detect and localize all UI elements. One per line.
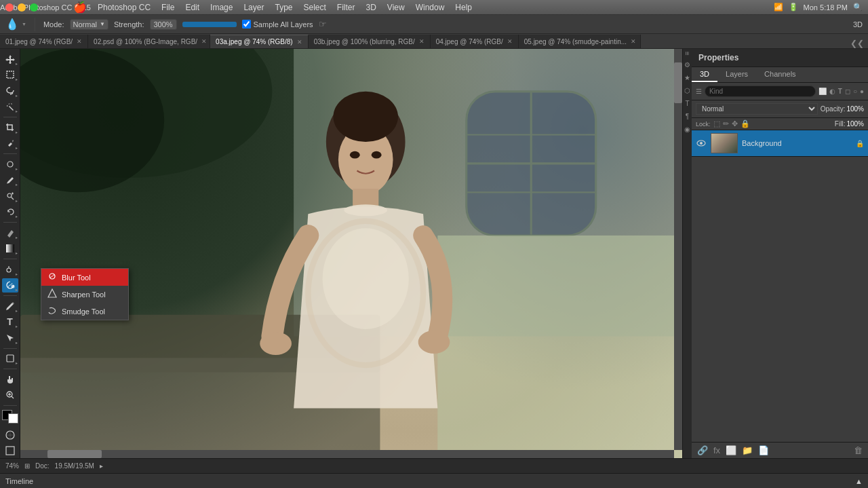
tab-layers[interactable]: Layers xyxy=(717,67,756,82)
vscroll-thumb[interactable] xyxy=(674,62,682,103)
quick-mask-btn[interactable] xyxy=(2,428,18,443)
strength-input[interactable] xyxy=(150,19,177,30)
magic-wand-btn[interactable]: ▸ xyxy=(2,100,18,115)
flyout-blur[interactable]: Blur Tool xyxy=(41,269,128,286)
tab-2-close[interactable]: ✕ xyxy=(201,38,207,45)
menu-filter[interactable]: Filter xyxy=(332,1,361,14)
tab-3-close[interactable]: ✕ xyxy=(297,39,302,45)
panel-icon-1[interactable]: ≡ xyxy=(684,52,691,56)
canvas-area[interactable]: Blur Tool Sharpen Tool Smudge Tool xyxy=(20,49,682,458)
dodge-btn[interactable]: ▸ xyxy=(2,262,18,277)
eraser-btn[interactable]: ▸ xyxy=(2,225,18,240)
layer-visibility-eye[interactable] xyxy=(696,138,707,149)
menu-apple[interactable]: 🍎 xyxy=(68,0,92,15)
panel-collapse-btn[interactable]: ❮❮ xyxy=(846,39,868,48)
tab-3[interactable]: 03a.jpeg @ 74% (RGB/8) ✕ xyxy=(210,35,309,48)
zoom-btn[interactable] xyxy=(2,388,18,403)
flyout-smudge[interactable]: Smudge Tool xyxy=(41,303,128,320)
flyout-sharpen[interactable]: Sharpen Tool xyxy=(41,286,128,303)
delete-layer-btn[interactable]: 🗑 xyxy=(852,445,864,455)
hscroll[interactable] xyxy=(20,450,674,458)
tab-2[interactable]: 02.psd @ 100% (BG-Image, RGB/ ✕ xyxy=(88,35,210,48)
close-button[interactable] xyxy=(5,3,14,12)
vscroll[interactable] xyxy=(674,49,682,450)
doc-size-arrow[interactable]: ▸ xyxy=(100,462,103,470)
tab-6[interactable]: 05.jpeg @ 74% (smudge-paintin... ✕ xyxy=(519,35,641,48)
blur-tool-btn[interactable]: ▸ xyxy=(2,278,18,293)
zoom-level[interactable]: 74% xyxy=(5,462,19,470)
tab-3d[interactable]: 3D xyxy=(692,67,717,82)
tab-1-close[interactable]: ✕ xyxy=(77,38,82,45)
move-tool-btn[interactable]: ▸ xyxy=(2,52,18,67)
type-btn[interactable]: T ▸ xyxy=(2,315,18,330)
panel-icon-2[interactable]: ⚙ xyxy=(684,61,690,69)
screen-mode-btn[interactable] xyxy=(2,443,18,458)
sample-all-checkbox[interactable] xyxy=(242,20,251,29)
spot-heal-btn[interactable]: ▸ xyxy=(2,157,18,172)
hscroll-thumb[interactable] xyxy=(47,450,102,458)
tab-6-close[interactable]: ✕ xyxy=(631,38,636,45)
tab-4[interactable]: 03b.jpeg @ 100% (blurring, RGB/ ✕ xyxy=(309,35,431,48)
filter-adjust-icon[interactable]: ◐ xyxy=(829,88,835,95)
layers-search-input[interactable] xyxy=(705,86,816,97)
strength-slider[interactable] xyxy=(182,22,237,27)
minimize-button[interactable] xyxy=(18,3,26,12)
tab-5-close[interactable]: ✕ xyxy=(507,38,513,45)
blend-mode-select[interactable]: Normal Multiply Screen xyxy=(696,103,818,115)
filter-shape-icon[interactable]: ◻ xyxy=(845,88,850,95)
lock-image-icon[interactable]: ✏ xyxy=(723,119,729,128)
hand-btn[interactable] xyxy=(2,372,18,387)
new-group-btn[interactable]: 📁 xyxy=(741,445,754,455)
lock-position-icon[interactable]: ✥ xyxy=(732,119,738,128)
filter-toggle[interactable]: ● xyxy=(860,88,864,95)
menu-layer[interactable]: Layer xyxy=(238,1,269,14)
crop-tool-btn[interactable]: ▸ xyxy=(2,120,18,135)
marquee-tool-btn[interactable]: ▸ xyxy=(2,68,18,83)
link-layers-btn[interactable]: 🔗 xyxy=(696,445,709,455)
new-layer-btn[interactable]: 📄 xyxy=(757,445,770,455)
tab-5[interactable]: 04.jpeg @ 74% (RGB/ ✕ xyxy=(431,35,519,48)
fg-bg-swatches[interactable] xyxy=(2,410,18,424)
fill-value[interactable]: 100% xyxy=(846,120,864,128)
add-mask-btn[interactable]: ⬜ xyxy=(724,445,738,455)
path-select-btn[interactable]: ▸ xyxy=(2,331,18,345)
panel-icon-5[interactable]: T xyxy=(685,100,689,107)
menu-file[interactable]: File xyxy=(156,1,180,14)
timeline-collapse-btn[interactable]: ▲ xyxy=(855,477,863,485)
panel-icon-4[interactable]: ⬡ xyxy=(684,87,690,94)
tool-icon-options[interactable]: 💧 xyxy=(5,18,19,31)
panel-icon-6[interactable]: ¶ xyxy=(686,113,689,120)
panel-icon-3[interactable]: ★ xyxy=(684,74,690,81)
eyedropper-btn[interactable]: ▸ xyxy=(2,136,18,151)
menu-image[interactable]: Image xyxy=(205,1,238,14)
menu-help[interactable]: Help xyxy=(450,1,477,14)
history-brush-btn[interactable]: ▸ xyxy=(2,205,18,220)
maximize-button[interactable] xyxy=(30,3,38,12)
menu-select[interactable]: Select xyxy=(298,1,331,14)
tab-1[interactable]: 01.jpeg @ 74% (RGB/ ✕ xyxy=(0,35,88,48)
layer-background[interactable]: Background 🔒 xyxy=(692,130,868,157)
mode-dropdown[interactable]: Normal ▼ xyxy=(70,19,108,30)
filter-pixel-icon[interactable]: ⬜ xyxy=(818,88,827,95)
lock-transparent-icon[interactable]: ⬚ xyxy=(713,119,720,128)
menu-3d[interactable]: 3D xyxy=(361,1,382,14)
panel-icon-7[interactable]: ◉ xyxy=(684,126,690,133)
tab-channels[interactable]: Channels xyxy=(756,67,804,82)
lock-all-icon[interactable]: 🔒 xyxy=(741,119,750,128)
menu-window[interactable]: Window xyxy=(410,1,450,14)
lasso-tool-btn[interactable]: ▸ xyxy=(2,83,18,98)
brush-tool-btn[interactable]: ▸ xyxy=(2,173,18,188)
menu-edit[interactable]: Edit xyxy=(180,1,205,14)
add-style-btn[interactable]: fx xyxy=(712,445,722,455)
pen-btn[interactable]: ▸ xyxy=(2,299,18,314)
finger-icon[interactable]: ☞ xyxy=(319,19,327,29)
sample-all-layers-check[interactable]: Sample All Layers xyxy=(242,20,313,29)
shape-btn[interactable]: ▸ xyxy=(2,352,18,367)
opacity-value[interactable]: 100% xyxy=(846,105,864,113)
menu-photoshop[interactable]: Photoshop CC xyxy=(92,1,156,14)
background-swatch[interactable] xyxy=(8,413,18,424)
filter-type-icon[interactable]: T xyxy=(838,88,842,95)
tab-4-close[interactable]: ✕ xyxy=(419,38,425,45)
menu-type[interactable]: Type xyxy=(269,1,298,14)
clone-btn[interactable]: ▸ xyxy=(2,189,18,204)
